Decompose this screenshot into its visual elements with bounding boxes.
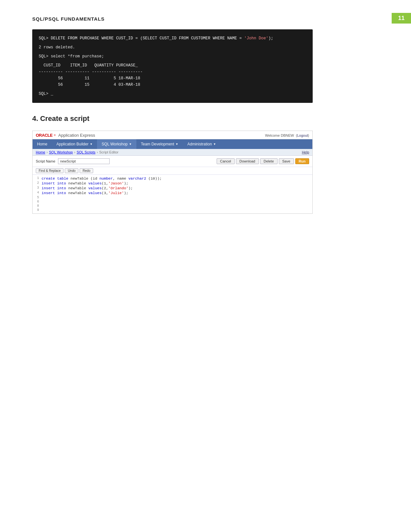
nav-team-development[interactable]: Team Development ▼ [136,139,183,149]
code-line-8: 8 [33,204,312,208]
code-line-5: 5 [33,195,312,200]
apex-app-express-label: Application Express [58,133,95,138]
apex-navbar: Home Application Builder ▼ SQL Workshop … [33,139,312,149]
breadcrumb-home[interactable]: Home [36,150,45,154]
breadcrumb-sql-scripts[interactable]: SQL Scripts [77,150,95,154]
terminal-line-4 [39,51,306,53]
apex-breadcrumb: Home › SQL Workshop › SQL Scripts › Scri… [33,149,312,156]
nav-sql-workshop-arrow: ▼ [129,143,132,146]
oracle-text: ORACLE [36,133,53,138]
terminal-line-5: SQL> select *from purchase; [39,53,306,60]
apex-welcome: Welcome DBNEW (Logout) [265,133,309,137]
terminal-block: SQL> DELETE FROM PURCHASE WHERE CUST_ID … [32,29,313,103]
apex-script-row: Script Name Cancel Download Delete Save … [33,156,312,167]
cancel-button[interactable]: Cancel [217,158,235,164]
nav-administration-arrow: ▼ [213,143,216,146]
script-name-input[interactable] [58,158,110,164]
breadcrumb-sep-3: › [97,150,98,154]
breadcrumb-links: Home › SQL Workshop › SQL Scripts › Scri… [36,150,119,154]
code-line-4: 4 insert into newTable values(3,'Julie')… [33,191,312,195]
code-line-2: 2 insert into newTable values(1,'Jason')… [33,181,312,186]
apex-editor-toolbar: Find & Replace Undo Redo [33,167,312,175]
download-button[interactable]: Download [236,158,259,164]
apex-action-buttons: Cancel Download Delete Save Run [217,158,309,164]
breadcrumb-sep-1: › [46,150,48,154]
code-line-9: 9 [33,208,312,212]
code-line-3: 3 insert into newTable values(2,'Orlando… [33,186,312,191]
find-replace-button[interactable]: Find & Replace [36,168,64,173]
run-button[interactable]: Run [295,158,309,164]
breadcrumb-sql-workshop[interactable]: SQL Workshop [49,150,73,154]
terminal-line-1: SQL> DELETE FROM PURCHASE WHERE CUST_ID … [39,35,306,42]
nav-team-development-arrow: ▼ [175,143,178,146]
undo-button[interactable]: Undo [65,168,78,173]
code-line-6: 6 [33,200,312,204]
oracle-reg: ® [54,134,56,137]
save-button[interactable]: Save [279,158,294,164]
code-line-1: 1 create table newTable (id number, name… [33,176,312,181]
nav-application-builder[interactable]: Application Builder ▼ [52,139,97,149]
page-title: SQL/PSQL FUNDAMENTALS [32,16,379,22]
terminal-line-3: 2 rows deleted. [39,44,306,51]
apex-topbar: ORACLE® Application Express Welcome DBNE… [33,131,312,139]
terminal-line-8: ---------- ---------- ---------- -------… [39,69,306,75]
page-number: 11 [392,13,411,24]
terminal-line-10: 56 15 4 03-MAR-18 [39,82,306,88]
script-name-label: Script Name [36,159,55,163]
nav-application-builder-arrow: ▼ [90,143,93,146]
nav-sql-workshop[interactable]: SQL Workshop ▼ [97,139,136,149]
terminal-line-6 [39,60,306,62]
delete-button[interactable]: Delete [260,158,278,164]
terminal-line-12: SQL> _ [39,91,306,97]
apex-logo: ORACLE® Application Express [36,133,95,138]
section-heading: 4. Create a script [32,114,379,123]
breadcrumb-script-editor: Script Editor [99,150,119,154]
terminal-line-9: 56 11 5 18-MAR-18 [39,75,306,82]
logout-link[interactable]: Logout [297,133,308,137]
apex-code-editor[interactable]: 1 create table newTable (id number, name… [33,175,312,213]
help-link[interactable]: Help [302,150,309,154]
terminal-line-11 [39,88,306,91]
apex-screenshot: ORACLE® Application Express Welcome DBNE… [32,131,313,214]
nav-home[interactable]: Home [33,139,52,149]
nav-administration[interactable]: Administration ▼ [183,139,220,149]
terminal-line-7: CUST_ID ITEM_ID QUANTITY PURCHASE_ [39,62,306,69]
terminal-line-2 [39,42,306,44]
redo-button[interactable]: Redo [80,168,93,173]
breadcrumb-sep-2: › [74,150,75,154]
